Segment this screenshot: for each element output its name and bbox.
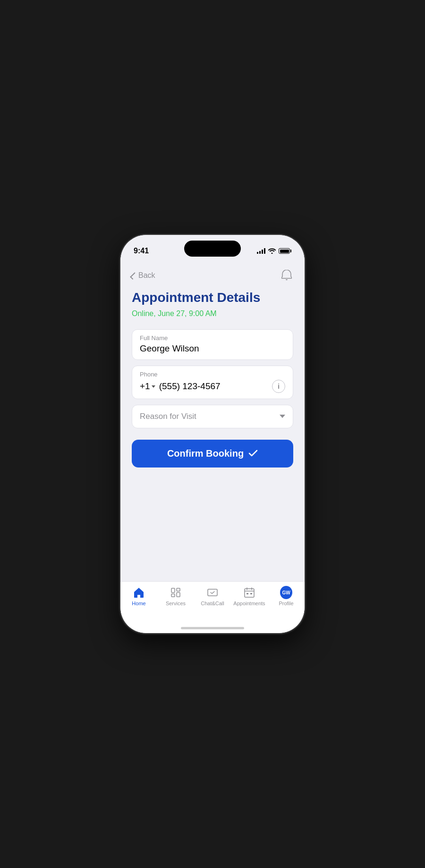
status-time: 9:41 [134, 247, 149, 255]
svg-rect-5 [245, 589, 254, 597]
home-indicator [120, 623, 305, 633]
back-button[interactable]: Back [132, 271, 155, 280]
battery-icon [279, 248, 291, 254]
phone-label: Phone [140, 371, 285, 378]
reason-placeholder: Reason for Visit [140, 412, 196, 421]
signal-icon [257, 248, 265, 254]
notification-button[interactable] [280, 269, 293, 282]
full-name-value: George Wilson [140, 343, 285, 354]
signal-bar-2 [259, 251, 261, 254]
dynamic-island [184, 241, 241, 257]
appointments-tab-label: Appointments [233, 601, 265, 606]
country-code-selector[interactable]: +1 [140, 381, 155, 392]
battery-fill [280, 250, 289, 253]
phone-frame: 9:41 [120, 235, 305, 633]
home-tab-icon [133, 586, 145, 599]
status-icons [257, 248, 291, 254]
svg-rect-7 [250, 593, 252, 594]
home-indicator-bar [181, 627, 244, 629]
services-tab-label: Services [166, 601, 186, 606]
main-content: Back Appointment Details Online, June 27… [120, 260, 305, 581]
svg-rect-2 [177, 588, 180, 591]
reason-for-visit-dropdown[interactable]: Reason for Visit [132, 405, 293, 428]
full-name-label: Full Name [140, 334, 285, 342]
signal-bar-1 [257, 252, 258, 254]
profile-avatar: GW [280, 586, 292, 599]
confirm-booking-label: Confirm Booking [167, 448, 244, 459]
phone-number-value: (555) 123-4567 [159, 381, 221, 392]
battery-body [279, 248, 290, 254]
wifi-icon [268, 248, 276, 254]
tab-services[interactable]: Services [157, 586, 194, 606]
svg-rect-3 [177, 593, 180, 597]
back-chevron-icon [130, 272, 137, 280]
back-label: Back [138, 271, 155, 280]
chatcall-tab-icon [206, 586, 219, 599]
battery-tip [290, 250, 291, 252]
tab-appointments[interactable]: Appointments [231, 586, 268, 606]
tab-bar: Home Services [120, 581, 305, 623]
phone-field[interactable]: Phone +1 (555) 123-4567 i [132, 366, 293, 399]
svg-rect-1 [171, 594, 175, 597]
svg-rect-6 [246, 593, 248, 594]
signal-bar-4 [264, 248, 265, 254]
checkmark-icon [248, 449, 258, 458]
country-code-value: +1 [140, 381, 150, 392]
page-title: Appointment Details [132, 290, 293, 306]
chatcall-tab-label: Chat&Call [201, 601, 224, 606]
signal-bar-3 [262, 250, 263, 254]
appointment-date: Online, June 27, 9:00 AM [132, 309, 293, 318]
profile-tab-icon: GW [280, 586, 292, 599]
svg-rect-0 [171, 588, 175, 593]
tab-home[interactable]: Home [120, 586, 157, 606]
appointments-tab-icon [243, 586, 255, 599]
phone-input-area: +1 (555) 123-4567 [140, 381, 272, 392]
screen: 9:41 [120, 235, 305, 633]
tab-profile[interactable]: GW Profile [268, 586, 305, 606]
profile-tab-label: Profile [279, 601, 293, 606]
reason-dropdown-icon [280, 415, 285, 418]
full-name-field[interactable]: Full Name George Wilson [132, 329, 293, 360]
confirm-booking-button[interactable]: Confirm Booking [132, 440, 293, 467]
phone-input-row: +1 (555) 123-4567 i [140, 380, 285, 393]
nav-bar: Back [132, 265, 293, 290]
home-tab-label: Home [132, 601, 145, 606]
svg-rect-4 [208, 589, 217, 596]
country-code-dropdown-icon [152, 385, 155, 388]
tab-chatcall[interactable]: Chat&Call [194, 586, 231, 606]
services-tab-icon [170, 586, 182, 599]
phone-info-button[interactable]: i [272, 380, 285, 393]
